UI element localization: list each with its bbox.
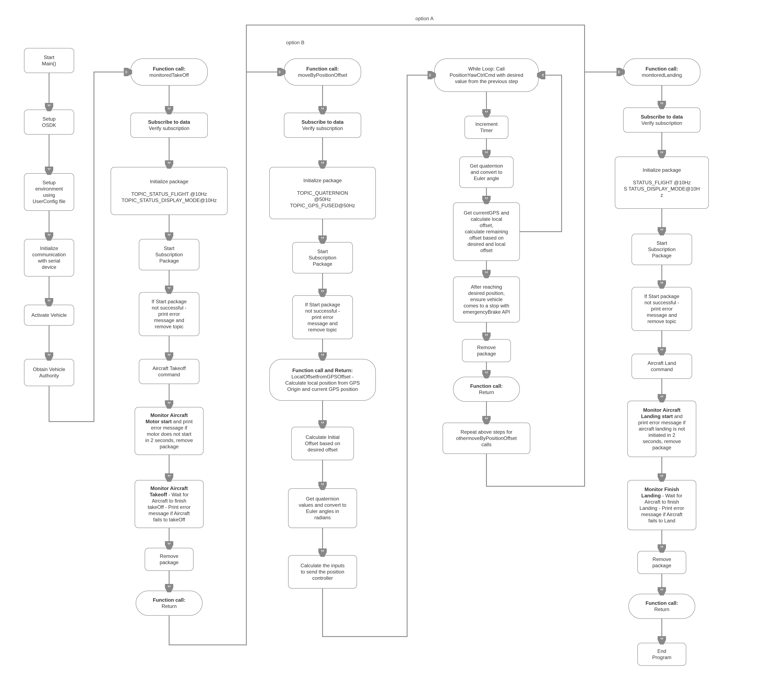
node-c5-end: End Program [638,643,686,666]
node-c2-return: Function call:Return [136,591,203,616]
node-c2-takeoff-cmd: Aircraft Takeoff command [139,359,199,384]
text: Start Subscription Package [142,245,197,264]
node-c5-land-cmd: Aircraft Land command [631,354,692,379]
node-activate: Activate Vehicle [24,305,74,326]
node-c3-start-sub: Start Subscription Package [292,242,353,273]
text: Aircraft Takeoff command [142,365,197,378]
text: Initialize package TOPIC_STATUS_FLIGHT @… [113,179,225,203]
node-c4-return: Function call:Return [453,377,520,402]
node-c4-remove-pkg: Remove package [462,339,511,362]
text: While Loop: Call PositionYawCtrlCmd with… [437,66,536,84]
node-c5-func: Function call:monitoredLanding [623,58,700,86]
text: Get quaternion values and convert to Eul… [291,496,355,521]
node-c4-inc-timer: Increment Timer [465,116,508,139]
node-c3-if-start: If Start package not successful - print … [292,295,353,339]
text: Function call:monitoredTakeOff [133,66,205,78]
text: If Start package not successful - print … [634,293,690,325]
text: Setup OSDK [26,116,72,128]
node-setup-env: Setup environment using UserConfig file [24,173,74,211]
text: After reaching desired position, ensure … [455,284,517,315]
node-c5-monitor-finish: Monitor Finish Landing - Wait for Aircra… [627,480,696,530]
node-c3-func: Function call:moveByPositionOffset [284,58,361,86]
node-c3-subscribe: Subscribe to dataVerify subscription [284,113,361,138]
text: Subscribe to dataVerify subscription [133,119,205,132]
node-c4-get-gps: Get currentGPS and calculate local offse… [453,203,520,261]
text: Start Main() [26,54,72,67]
node-c5-if-start: If Start package not successful - print … [631,287,692,331]
annotation-option-a: option A [415,16,434,21]
text: Start Subscription Package [634,240,690,259]
text: Activate Vehicle [26,312,72,318]
node-c4-while: While Loop: Call PositionYawCtrlCmd with… [434,58,538,92]
text: Function call:moveByPositionOffset [286,66,359,78]
node-setup-osdk: Setup OSDK [24,110,74,135]
text: Calculate the inputs to send the positio… [291,562,355,581]
node-c3-local-offset: Function call and Return:LocalOffsetfrom… [269,359,376,401]
flowchart-canvas: option A option B Start Main() Setup OSD… [0,0,771,700]
node-c4-after-reach: After reaching desired position, ensure … [453,276,520,322]
node-c2-start-sub: Start Subscription Package [139,239,199,270]
node-c2-monitor-takeoff: Monitor Aircraft Takeoff - Wait for Airc… [135,480,203,528]
node-c5-subscribe: Subscribe to dataVerify subscription [623,107,700,133]
node-c5-return: Function call:Return [628,594,695,619]
text: Remove package [465,344,508,357]
node-c3-calc-init: Calculate Initial Offset based on desire… [291,427,354,460]
text: Function call:Return [138,597,200,609]
text: Get quaternion and convert to Euler angl… [462,163,511,182]
text: End Program [640,648,684,661]
node-c2-monitor-motor: Monitor Aircraft Motor start and print e… [135,407,203,455]
text: Monitor Finish Landing - Wait for Aircra… [630,486,694,524]
text: Subscribe to dataVerify subscription [286,119,359,132]
text: Increment Timer [467,121,506,133]
text: Remove package [640,556,684,569]
node-obtain-auth: Obtain Vehicle Authority [24,359,74,386]
text: Calculate Initial Offset based on desire… [294,434,351,453]
node-init-comm: Initialize communication with serial dev… [24,239,74,276]
node-c2-init-pkg: Initialize package TOPIC_STATUS_FLIGHT @… [111,167,228,215]
node-c2-if-start: If Start package not successful - print … [139,292,199,336]
text: Monitor Aircraft Takeoff - Wait for Airc… [137,485,201,523]
node-c5-init-pkg: Initialize package STATUS_FLIGHT @10Hz S… [615,156,709,209]
text: Function call:Return [455,383,517,396]
text: Function call and Return:LocalOffsetfrom… [272,367,373,392]
text: If Start package not successful - print … [142,299,197,330]
node-c4-repeat: Repeat above steps for othermoveByPositi… [442,422,530,454]
node-c5-start-sub: Start Subscription Package [631,234,692,265]
node-c5-monitor-land-start: Monitor Aircraft Landing start and print… [627,401,696,457]
node-c3-calc-inputs: Calculate the inputs to send the positio… [288,555,357,588]
node-c4-quat-euler: Get quaternion and convert to Euler angl… [459,156,514,188]
text: Start Subscription Package [295,248,350,267]
text: Monitor Aircraft Motor start and print e… [137,412,201,450]
node-c2-subscribe: Subscribe to dataVerify subscription [130,113,208,138]
node-c2-func: Function call:monitoredTakeOff [130,58,208,86]
text: Remove package [147,553,191,565]
node-c2-remove-pkg: Remove package [145,548,194,571]
text: Function call:monitoredLanding [626,66,698,78]
text: Initialize package TOPIC_QUATERNION @50H… [272,177,373,209]
annotation-option-b: option B [286,40,304,45]
text: Initialize package STATUS_FLIGHT @10Hz S… [617,167,706,198]
text: Initialize communication with serial dev… [26,245,72,270]
text: Monitor Aircraft Landing start and print… [630,407,694,451]
node-c3-get-quat: Get quaternion values and convert to Eul… [288,488,357,528]
text: Get currentGPS and calculate local offse… [455,210,517,253]
node-start-main: Start Main() [24,48,74,73]
text: Setup environment using UserConfig file [26,179,72,205]
text: Function call:Return [631,600,693,612]
text: Obtain Vehicle Authority [26,366,72,379]
text: Aircraft Land command [634,360,690,372]
text: Subscribe to dataVerify subscription [626,114,698,126]
text: Repeat above steps for othermoveByPositi… [445,429,528,448]
node-c5-remove-pkg: Remove package [638,551,686,574]
text: If Start package not successful - print … [295,302,350,333]
node-c3-init-pkg: Initialize package TOPIC_QUATERNION @50H… [269,167,376,219]
